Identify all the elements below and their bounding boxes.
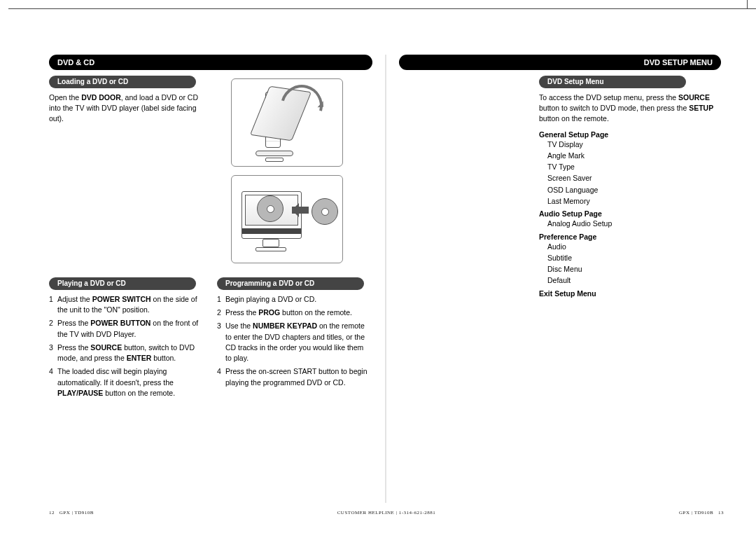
bold: SETUP	[689, 104, 713, 112]
step-text: Press the on-screen START button to begi…	[225, 366, 371, 387]
footer: 12 GPX | TD910B CUSTOMER HELPLINE | 1-31…	[49, 510, 724, 515]
step-text: The loaded disc will begin playing autom…	[57, 366, 203, 399]
step-number: 4	[217, 366, 225, 387]
setup-item: Analog Audio Setup	[547, 218, 721, 229]
step-text: Use the NUMBER KEYPAD on the remote to e…	[225, 321, 371, 363]
section-header-bar-right: DVD SETUP MENU	[399, 55, 721, 70]
bold: POWER BUTTON	[90, 319, 150, 327]
txt: button to switch to DVD mode, then press…	[539, 104, 689, 112]
txt: button on the remote.	[539, 114, 609, 123]
setup-group-title: Audio Setup Page	[539, 209, 721, 218]
playing-steps: 1Adjust the POWER SWITCH on the side of …	[49, 294, 203, 399]
setup-item: TV Display	[547, 139, 721, 150]
setup-group-items: Analog Audio Setup	[547, 218, 721, 229]
illustration-col	[217, 74, 357, 272]
list-item: 4Press the on-screen START button to beg…	[217, 366, 371, 387]
bold: DVD DOOR	[81, 93, 121, 102]
load-disc-illustration	[231, 175, 343, 263]
list-item: 1Adjust the POWER SWITCH on the side of …	[49, 294, 203, 315]
pill-playing: Playing a DVD or CD	[49, 277, 196, 290]
disc-in-icon	[257, 195, 284, 222]
step-number: 2	[217, 307, 225, 318]
txt: To access the DVD setup menu, press the	[539, 93, 678, 102]
tv-foot-icon	[255, 247, 286, 251]
setup-column: DVD Setup Menu To access the DVD setup m…	[539, 74, 721, 298]
pill-programming: Programming a DVD or CD	[217, 277, 364, 290]
setup-group-title: Exit Setup Menu	[539, 289, 721, 298]
step-text: Press the POWER BUTTON on the front of t…	[57, 318, 203, 339]
top-crop-notch	[747, 0, 748, 8]
step-number: 3	[49, 342, 57, 363]
setup-item: OSD Language	[547, 184, 721, 195]
insert-arrow-icon	[292, 207, 309, 214]
step-number: 2	[49, 318, 57, 339]
txt: Open the	[49, 93, 81, 102]
step-text: Begin playing a DVD or CD.	[225, 294, 371, 305]
bold: PLAY/PAUSE	[57, 389, 103, 397]
setup-group-items: AudioSubtitleDisc MenuDefault	[547, 241, 721, 286]
loading-column: Loading a DVD or CD Open the DVD DOOR, a…	[49, 74, 203, 272]
setup-item: Disc Menu	[547, 263, 721, 275]
bold: PROG	[258, 308, 280, 317]
playing-column: Playing a DVD or CD 1Adjust the POWER SW…	[49, 276, 203, 401]
list-item: 3Use the NUMBER KEYPAD on the remote to …	[217, 321, 371, 363]
right-page: DVD SETUP MENU DVD Setup Menu To access …	[385, 55, 721, 503]
list-item: 4The loaded disc will begin playing auto…	[49, 366, 203, 399]
step-text: Press the SOURCE button, switch to DVD m…	[57, 342, 203, 363]
list-item: 2Press the POWER BUTTON on the front of …	[49, 318, 203, 339]
programming-steps: 1Begin playing a DVD or CD.2Press the PR…	[217, 294, 371, 388]
list-item: 1Begin playing a DVD or CD.	[217, 294, 371, 305]
section-header-bar: DVD & CD	[49, 55, 372, 70]
footer-right-label: GPX | TD910B	[679, 510, 713, 515]
programming-column: Programming a DVD or CD 1Begin playing a…	[217, 276, 371, 401]
pill-loading: Loading a DVD or CD	[49, 76, 196, 88]
step-text: Press the PROG button on the remote.	[225, 307, 371, 318]
bold: POWER SWITCH	[92, 295, 151, 303]
disc-out-icon	[312, 198, 338, 225]
setup-group-items: TV DisplayAngle MarkTV TypeScreen SaverO…	[547, 139, 721, 207]
setup-item: TV Type	[547, 161, 721, 172]
setup-item: Screen Saver	[547, 172, 721, 184]
bold: ENTER	[127, 354, 152, 362]
bold: NUMBER KEYPAD	[253, 321, 317, 330]
list-item: 3Press the SOURCE button, switch to DVD …	[49, 342, 203, 363]
setup-item: Last Memory	[547, 195, 721, 207]
setup-item: Default	[547, 275, 721, 286]
setup-groups: General Setup PageTV DisplayAngle MarkTV…	[539, 130, 721, 298]
section-title-left: DVD & CD	[53, 55, 368, 70]
setup-item: Audio	[547, 241, 721, 252]
bottom-row: Playing a DVD or CD 1Adjust the POWER SW…	[49, 276, 372, 401]
manual-spread: DVD & CD Loading a DVD or CD Open the DV…	[0, 0, 756, 547]
tv-stand-icon	[262, 239, 279, 247]
setup-group-title: Preference Page	[539, 233, 721, 241]
footer-center: CUSTOMER HELPLINE | 1-314-621-2881	[217, 510, 556, 515]
footer-right: GPX | TD910B 13	[556, 510, 724, 515]
bold: SOURCE	[90, 343, 122, 352]
step-text: Adjust the POWER SWITCH on the side of t…	[57, 294, 203, 315]
page-num-left: 12	[49, 510, 55, 515]
setup-item: Subtitle	[547, 252, 721, 263]
step-number: 1	[49, 294, 57, 315]
top-crop-line	[8, 8, 756, 9]
step-number: 3	[217, 321, 225, 363]
loading-text: Open the DVD DOOR, and load a DVD or CD …	[49, 92, 203, 125]
section-title-right: DVD SETUP MENU	[403, 55, 717, 70]
step-number: 1	[217, 294, 225, 305]
door-open-illustration	[231, 78, 343, 167]
left-page: DVD & CD Loading a DVD or CD Open the DV…	[49, 55, 385, 503]
footer-left: 12 GPX | TD910B	[49, 510, 217, 515]
setup-group-title: General Setup Page	[539, 130, 721, 139]
top-row: Loading a DVD or CD Open the DVD DOOR, a…	[49, 74, 372, 272]
step-number: 4	[49, 366, 57, 399]
footer-left-label: GPX | TD910B	[59, 510, 94, 515]
setup-item: Angle Mark	[547, 150, 721, 161]
page-spread: DVD & CD Loading a DVD or CD Open the DV…	[49, 55, 724, 503]
list-item: 2Press the PROG button on the remote.	[217, 307, 371, 318]
setup-intro: To access the DVD setup menu, press the …	[539, 92, 721, 125]
pill-setup: DVD Setup Menu	[539, 76, 686, 88]
page-num-right: 13	[718, 510, 724, 515]
bold: SOURCE	[678, 93, 710, 102]
